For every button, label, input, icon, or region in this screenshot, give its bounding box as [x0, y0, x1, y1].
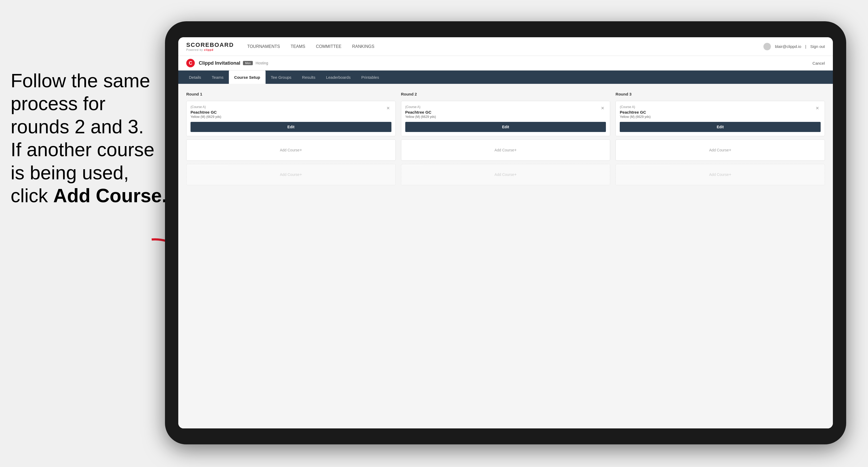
round-2-add-course-2-label: Add Course [494, 173, 514, 177]
tab-tee-groups[interactable]: Tee Groups [266, 70, 297, 84]
tournament-name: Clippd Invitational [199, 60, 240, 66]
round-2-course-card-header: (Course A) Peachtree GC Yellow (M) (6629… [405, 105, 606, 122]
round-1-course-name: Peachtree GC [190, 110, 221, 115]
nav-rankings[interactable]: RANKINGS [352, 43, 374, 50]
instruction-text-content: Follow the same process for rounds 2 and… [11, 70, 167, 206]
sign-out-link[interactable]: Sign out [810, 44, 825, 49]
round-3-add-course-2: Add Course + [616, 164, 825, 185]
brand-logo: SCOREBOARD Powered by clippd [186, 41, 234, 51]
round-2-title: Round 2 [401, 92, 611, 96]
round-2-course-details: Yellow (M) (6629 yds) [405, 115, 436, 119]
round-1-course-card: (Course A) Peachtree GC Yellow (M) (6629… [186, 101, 396, 136]
tab-teams[interactable]: Teams [207, 70, 229, 84]
top-navigation: SCOREBOARD Powered by clippd TOURNAMENTS… [178, 37, 833, 56]
user-email: blair@clippd.io [775, 44, 801, 49]
tab-results[interactable]: Results [297, 70, 321, 84]
round-2-course-name: Peachtree GC [405, 110, 436, 115]
tab-course-setup[interactable]: Course Setup [229, 70, 266, 84]
round-1-add-course-2-label: Add Course [280, 173, 300, 177]
round-2-add-course-2: Add Course + [401, 164, 611, 185]
brand-sub-prefix: Powered by [186, 49, 204, 51]
tournament-badge: Men [243, 61, 253, 65]
round-1-add-course-1-plus: + [300, 148, 302, 153]
round-1-add-course-1-label: Add Course [280, 148, 300, 152]
round-2-course-label: (Course A) [405, 105, 436, 109]
tablet-screen: SCOREBOARD Powered by clippd TOURNAMENTS… [178, 37, 833, 428]
round-1-delete-icon[interactable]: ✕ [385, 105, 392, 111]
round-3-title: Round 3 [616, 92, 825, 96]
nav-right: blair@clippd.io | Sign out [764, 43, 825, 50]
separator: | [805, 44, 806, 49]
round-1-add-course-2-plus: + [300, 172, 302, 177]
round-3-edit-button[interactable]: Edit [620, 122, 820, 132]
round-3-course-details: Yellow (M) (6629 yds) [620, 115, 651, 119]
tab-details[interactable]: Details [184, 70, 207, 84]
tournament-logo: C [186, 59, 195, 67]
user-avatar [764, 43, 771, 50]
brand-name: SCOREBOARD [186, 41, 234, 49]
rounds-container: Round 1 (Course A) Peachtree GC Yellow (… [186, 92, 825, 185]
round-2-edit-button[interactable]: Edit [405, 122, 606, 132]
main-content: Round 1 (Course A) Peachtree GC Yellow (… [178, 84, 833, 428]
round-3-course-label: (Course A) [620, 105, 651, 109]
round-3-delete-icon[interactable]: ✕ [814, 105, 820, 111]
hosting-badge: Hosting [255, 61, 268, 65]
round-3-add-course-2-label: Add Course [709, 173, 729, 177]
round-2-column: Round 2 (Course A) Peachtree GC Yellow (… [401, 92, 611, 185]
round-1-edit-button[interactable]: Edit [190, 122, 392, 132]
round-1-course-card-header: (Course A) Peachtree GC Yellow (M) (6629… [190, 105, 392, 122]
sub-header: C Clippd Invitational Men Hosting Cancel [178, 56, 833, 70]
round-2-add-course-1-plus: + [514, 148, 517, 153]
round-1-title: Round 1 [186, 92, 396, 96]
nav-committee[interactable]: COMMITTEE [316, 43, 341, 50]
round-2-add-course-2-plus: + [514, 172, 517, 177]
round-1-add-course-2: Add Course + [186, 164, 396, 185]
brand-sub: Powered by clippd [186, 49, 234, 51]
cancel-button[interactable]: Cancel [812, 61, 825, 65]
tabs-bar: Details Teams Course Setup Tee Groups Re… [178, 70, 833, 84]
tablet-frame: SCOREBOARD Powered by clippd TOURNAMENTS… [165, 21, 846, 444]
round-3-add-course-1-label: Add Course [709, 148, 729, 152]
nav-teams[interactable]: TEAMS [290, 43, 305, 50]
instruction-panel: Follow the same process for rounds 2 and… [0, 59, 181, 218]
nav-tournaments[interactable]: TOURNAMENTS [247, 43, 280, 50]
round-3-course-card: (Course A) Peachtree GC Yellow (M) (6629… [616, 101, 825, 136]
round-3-add-course-1[interactable]: Add Course + [616, 139, 825, 161]
round-3-add-course-1-plus: + [729, 148, 731, 153]
round-3-column: Round 3 (Course A) Peachtree GC Yellow (… [616, 92, 825, 185]
add-course-bold: Add Course. [53, 185, 167, 206]
round-2-course-card: (Course A) Peachtree GC Yellow (M) (6629… [401, 101, 611, 136]
round-3-course-card-header: (Course A) Peachtree GC Yellow (M) (6629… [620, 105, 820, 122]
nav-links: TOURNAMENTS TEAMS COMMITTEE RANKINGS [247, 43, 764, 50]
tab-printables[interactable]: Printables [356, 70, 384, 84]
round-2-add-course-1-label: Add Course [494, 148, 514, 152]
round-1-course-label: (Course A) [190, 105, 221, 109]
round-1-column: Round 1 (Course A) Peachtree GC Yellow (… [186, 92, 396, 185]
round-3-add-course-2-plus: + [729, 172, 731, 177]
round-1-add-course-1[interactable]: Add Course + [186, 139, 396, 161]
round-1-course-details: Yellow (M) (6629 yds) [190, 115, 221, 119]
brand-sub-name: clippd [204, 49, 213, 51]
tab-leaderboards[interactable]: Leaderboards [321, 70, 356, 84]
round-2-delete-icon[interactable]: ✕ [599, 105, 606, 111]
round-3-course-name: Peachtree GC [620, 110, 651, 115]
round-2-add-course-1[interactable]: Add Course + [401, 139, 611, 161]
